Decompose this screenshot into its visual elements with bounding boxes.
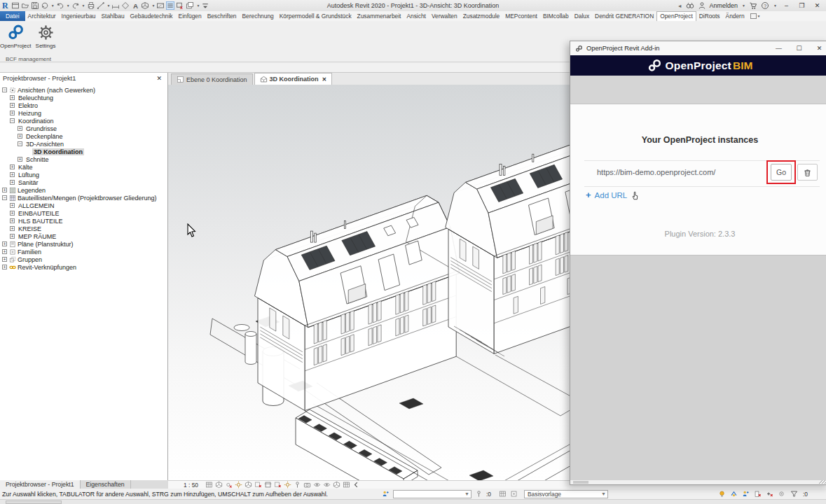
qat-sync-button[interactable] (41, 1, 49, 10)
panel-tab-eigenschaften[interactable]: Eigenschaften (81, 480, 131, 489)
grid-icon[interactable] (343, 481, 350, 489)
ribbon-tab-diroots[interactable]: DiRoots (696, 11, 723, 21)
tree-item-familien[interactable]: +Familien (0, 248, 167, 255)
qat-tag-button[interactable] (121, 1, 130, 10)
tree-item-pl-ne-planstruktur-[interactable]: +Pläne (Planstruktur) (0, 240, 167, 248)
tree-expander-icon[interactable]: + (18, 126, 22, 131)
person2-icon[interactable] (742, 490, 750, 498)
qat-text-button[interactable] (131, 1, 139, 10)
tree-expander-icon[interactable]: + (10, 111, 15, 115)
cropx-icon[interactable] (274, 481, 282, 489)
tree-item-bauteillisten-mengen-projektbr[interactable]: −Bauteillisten/Mengen (Projektbrowser Gl… (0, 194, 167, 202)
worksets-combo[interactable]: ▼ (393, 490, 471, 498)
tree-expander-icon[interactable]: + (18, 134, 22, 139)
signin-dropdown-icon[interactable]: ▼ (742, 4, 745, 8)
sunx-icon[interactable] (225, 481, 233, 489)
ribbon-tab-zusatzmodule[interactable]: Zusatzmodule (460, 11, 503, 21)
tree-item-deckenpl-ne[interactable]: +Deckenpläne (0, 132, 167, 140)
tree-item-gruppen[interactable]: +Gruppen (0, 255, 167, 263)
tree-item-sanit-r[interactable]: +Sanitär (0, 178, 167, 186)
design-option-icon2[interactable] (510, 490, 518, 498)
ribbon-tab-berechnung[interactable]: Berechnung (240, 11, 277, 21)
tree-expander-icon[interactable]: + (2, 249, 7, 254)
tree-expander-icon[interactable]: + (10, 211, 15, 216)
ribbon-tab-stahlbau[interactable]: Stahlbau (99, 11, 128, 21)
tree-item-grundrisse[interactable]: +Grundrisse (0, 125, 167, 132)
help-dropdown-icon[interactable]: ▼ (773, 4, 777, 8)
camera-icon[interactable] (303, 481, 311, 489)
user-icon[interactable] (698, 1, 706, 10)
ribbon-tab-beschriften[interactable]: Beschriften (205, 11, 240, 21)
modify-selector[interactable]: ▼ (748, 11, 764, 21)
signin-label[interactable]: Anmelden (710, 2, 738, 9)
tree-item-einbauteile[interactable]: +EINBAUTEILE (0, 209, 167, 217)
view-tab-ebene-0-koordination[interactable]: Ebene 0 Koordination (171, 74, 253, 85)
tree-expander-icon[interactable]: + (2, 257, 7, 262)
dialog-close-button[interactable]: ✕ (809, 41, 826, 55)
design-options-combo[interactable]: Basisvorlage▼ (524, 490, 608, 498)
ribbon-tab-einf-gen[interactable]: Einfügen (176, 11, 205, 21)
plusx-icon[interactable] (766, 490, 773, 498)
qat-dimension-button[interactable] (111, 1, 120, 10)
design-option-icon1[interactable] (499, 490, 507, 498)
qat-redo-dropdown-icon[interactable]: ▼ (82, 4, 85, 8)
restore-button[interactable]: ❐ (796, 2, 808, 9)
bulb-icon[interactable] (718, 490, 726, 498)
tree-expander-icon[interactable]: + (18, 157, 22, 162)
qat-switchwin-button[interactable] (186, 1, 194, 10)
tree-expander-icon[interactable]: + (10, 95, 15, 100)
tree-item-l-ftung[interactable]: +Lüftung (0, 171, 167, 178)
qat-section-button[interactable] (156, 1, 165, 10)
editable-only-icon[interactable] (475, 490, 483, 498)
tree-item-koordination[interactable]: −Koordination (0, 117, 167, 125)
ribbon-tab-verwalten[interactable]: Verwalten (429, 11, 460, 21)
qat-thinlines-button[interactable] (166, 1, 174, 10)
qat-undo-button[interactable] (56, 1, 64, 10)
pin-icon[interactable] (294, 481, 301, 489)
qat-redo-button[interactable] (71, 1, 80, 10)
tree-expander-icon[interactable]: + (10, 218, 15, 223)
qat-menu-button[interactable] (201, 1, 209, 10)
qat-measure-dropdown-icon[interactable]: ▼ (107, 4, 111, 8)
tree-item-k-lte[interactable]: +Kälte (0, 163, 167, 171)
qat-closewin-button[interactable] (176, 1, 184, 10)
ribbon-tab-k-rpermodell-grundst-ck[interactable]: Körpermodell & Grundstück (277, 11, 355, 21)
minimize-button[interactable]: – (780, 2, 792, 9)
qat-print-button[interactable] (87, 1, 95, 10)
ribbon-tab-mepcontent[interactable]: MEPcontent (502, 11, 540, 21)
settings-button[interactable]: Settings (32, 22, 59, 49)
dialog-scrollbar-thumb[interactable] (573, 481, 588, 484)
view-tab-close-icon[interactable]: ✕ (322, 76, 327, 83)
tree-expander-icon[interactable]: + (10, 103, 15, 108)
tree-item-ansichten-nach-gewerken-[interactable]: −Ansichten (nach Gewerken) (0, 86, 167, 94)
help-icon[interactable] (761, 1, 769, 10)
resize-grip-icon[interactable] (819, 480, 826, 484)
ribbon-tab-dendrit-generation[interactable]: Dendrit GENERATION (592, 11, 656, 21)
tree-item-hls-bauteile[interactable]: +HLS BAUTEILE (0, 217, 167, 225)
qat-revit-logo-button[interactable]: R (2, 1, 10, 11)
cube-icon[interactable] (245, 481, 252, 489)
doorx-icon[interactable] (754, 490, 762, 498)
ribbon-tab-geb-udetechnik[interactable]: Gebäudetechnik (128, 11, 176, 21)
search-icon[interactable] (686, 1, 694, 10)
tree-expander-icon[interactable]: − (2, 195, 7, 200)
openproject-button[interactable]: OpenProject (0, 22, 31, 49)
tree-expander-icon[interactable]: + (10, 226, 15, 231)
crop-icon[interactable] (264, 481, 272, 489)
ribbon-tab-architektur[interactable]: Architektur (25, 11, 59, 21)
add-url-link[interactable]: + Add URL (586, 190, 640, 200)
ribbon-tab-datei[interactable]: Datei (0, 11, 25, 21)
ribbon-tab-ingenieurbau[interactable]: Ingenieurbau (59, 11, 99, 21)
tree-item-kreise[interactable]: +KREISE (0, 225, 167, 232)
qat-sync-dropdown-icon[interactable]: ▼ (51, 4, 55, 8)
cropx-icon[interactable] (254, 481, 262, 489)
tree-expander-icon[interactable]: + (2, 241, 7, 246)
view-tab-3d-koordination[interactable]: 3D Koordination✕ (254, 73, 333, 85)
tree-expander-icon[interactable]: + (2, 265, 7, 270)
qat-threed-dropdown-icon[interactable]: ▼ (151, 4, 155, 8)
sun-icon[interactable] (284, 481, 291, 489)
qat-threed-button[interactable] (141, 1, 149, 10)
tree-expander-icon[interactable]: + (10, 203, 15, 208)
delete-instance-button[interactable] (797, 164, 818, 181)
tree-item-legenden[interactable]: +Legenden (0, 186, 167, 194)
